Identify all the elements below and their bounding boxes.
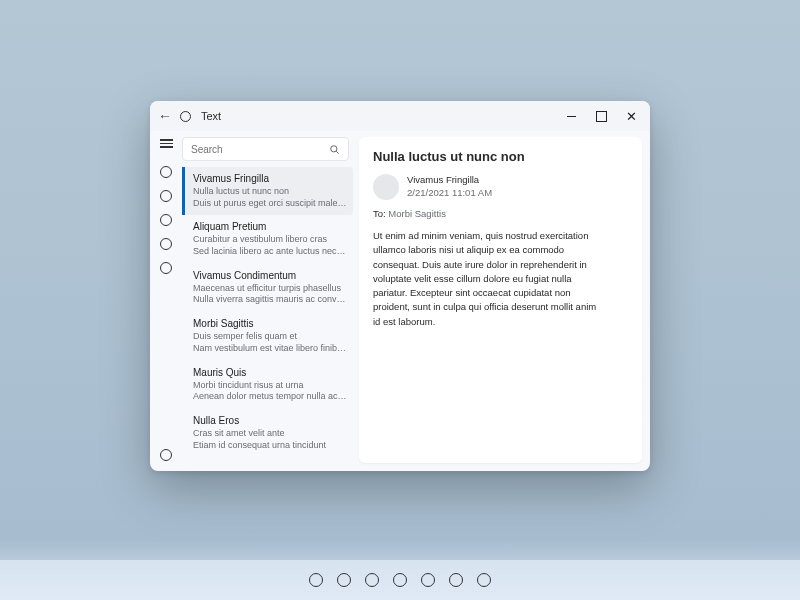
message-subject: Maecenas ut efficitur turpis phasellus bbox=[193, 283, 347, 295]
maximize-button[interactable] bbox=[586, 101, 616, 131]
avatar bbox=[373, 174, 399, 200]
reading-subject: Nulla luctus ut nunc non bbox=[373, 149, 628, 164]
taskbar[interactable] bbox=[0, 560, 800, 600]
close-button[interactable]: ✕ bbox=[616, 101, 646, 131]
desktop: ← Text ✕ bbox=[0, 0, 800, 600]
to-value: Morbi Sagittis bbox=[388, 208, 446, 219]
message-from: Aliquam Pretium bbox=[193, 220, 347, 233]
message-preview: Duis ut purus eget orci suscipit malesua… bbox=[193, 198, 347, 210]
to-label: To: bbox=[373, 208, 386, 219]
taskbar-item[interactable] bbox=[365, 573, 379, 587]
message-from: Mauris Quis bbox=[193, 366, 347, 379]
message-from: Vivamus Fringilla bbox=[193, 172, 347, 185]
message-item[interactable]: Mauris QuisMorbi tincidunt risus at urna… bbox=[182, 361, 353, 409]
message-preview: Etiam id consequat urna tincidunt bbox=[193, 440, 347, 452]
taskbar-item[interactable] bbox=[393, 573, 407, 587]
message-subject: Cras sit amet velit ante bbox=[193, 428, 347, 440]
search-box[interactable] bbox=[182, 137, 349, 161]
window-body: Vivamus FringillaNulla luctus ut nunc no… bbox=[150, 131, 650, 471]
app-icon bbox=[180, 111, 191, 122]
message-preview: Sed lacinia libero ac ante luctus nec in… bbox=[193, 246, 347, 258]
taskbar-item[interactable] bbox=[337, 573, 351, 587]
message-preview: Aenean dolor metus tempor nulla ac dapib… bbox=[193, 391, 347, 403]
message-subject: Duis semper felis quam et bbox=[193, 331, 347, 343]
nav-item-2[interactable] bbox=[160, 190, 172, 202]
message-from: Vivamus Condimentum bbox=[193, 269, 347, 282]
message-list[interactable]: Vivamus FringillaNulla luctus ut nunc no… bbox=[182, 167, 353, 465]
svg-line-1 bbox=[336, 151, 338, 153]
message-item[interactable]: Vivamus CondimentumMaecenas ut efficitur… bbox=[182, 264, 353, 312]
reading-meta: Vivamus Fringilla 2/21/2021 11:01 AM bbox=[373, 174, 628, 200]
message-subject: Curabitur a vestibulum libero cras bbox=[193, 234, 347, 246]
reading-pane: Nulla luctus ut nunc non Vivamus Fringil… bbox=[359, 137, 642, 463]
message-from: Nulla Eros bbox=[193, 414, 347, 427]
window-controls: ✕ bbox=[556, 101, 646, 131]
window-title: Text bbox=[201, 110, 221, 122]
app-window: ← Text ✕ bbox=[150, 101, 650, 471]
taskbar-item[interactable] bbox=[421, 573, 435, 587]
titlebar-left: ← Text bbox=[158, 108, 221, 124]
taskbar-item[interactable] bbox=[309, 573, 323, 587]
message-item[interactable]: Morbi SagittisDuis semper felis quam etN… bbox=[182, 312, 353, 360]
back-icon[interactable]: ← bbox=[158, 108, 172, 124]
reading-meta-text: Vivamus Fringilla 2/21/2021 11:01 AM bbox=[407, 174, 492, 200]
nav-item-bottom[interactable] bbox=[160, 449, 172, 461]
svg-point-0 bbox=[331, 145, 337, 151]
reading-to-line: To: Morbi Sagittis bbox=[373, 208, 628, 219]
message-preview: Nam vestibulum est vitae libero finibus … bbox=[193, 343, 347, 355]
message-from: Morbi Sagittis bbox=[193, 317, 347, 330]
minimize-button[interactable] bbox=[556, 101, 586, 131]
nav-item-3[interactable] bbox=[160, 214, 172, 226]
taskbar-item[interactable] bbox=[477, 573, 491, 587]
nav-item-1[interactable] bbox=[160, 166, 172, 178]
nav-item-4[interactable] bbox=[160, 238, 172, 250]
reading-body: Ut enim ad minim veniam, quis nostrud ex… bbox=[373, 229, 603, 329]
message-preview: Nulla viverra sagittis mauris ac convall… bbox=[193, 294, 347, 306]
search-icon bbox=[329, 144, 340, 155]
message-item[interactable]: Vivamus FringillaNulla luctus ut nunc no… bbox=[182, 167, 353, 215]
message-subject: Morbi tincidunt risus at urna bbox=[193, 380, 347, 392]
taskbar-item[interactable] bbox=[449, 573, 463, 587]
message-list-column: Vivamus FringillaNulla luctus ut nunc no… bbox=[182, 131, 357, 471]
search-input[interactable] bbox=[191, 144, 329, 155]
nav-item-5[interactable] bbox=[160, 262, 172, 274]
reading-sender: Vivamus Fringilla bbox=[407, 174, 492, 187]
message-item[interactable]: Nulla ErosCras sit amet velit anteEtiam … bbox=[182, 409, 353, 457]
nav-rail bbox=[150, 131, 182, 471]
titlebar[interactable]: ← Text ✕ bbox=[150, 101, 650, 131]
message-subject: Nulla luctus ut nunc non bbox=[193, 186, 347, 198]
reading-date: 2/21/2021 11:01 AM bbox=[407, 187, 492, 200]
hamburger-icon[interactable] bbox=[160, 139, 173, 148]
message-item[interactable]: Aliquam PretiumCurabitur a vestibulum li… bbox=[182, 215, 353, 263]
